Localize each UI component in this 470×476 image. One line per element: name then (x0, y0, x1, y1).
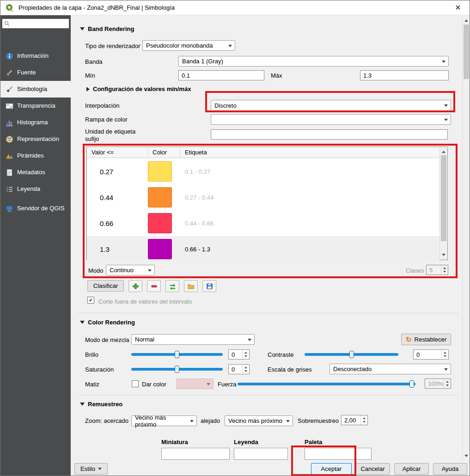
saturation-spinner[interactable]: 0 (228, 364, 250, 374)
sidebar-item-metadatos[interactable]: Metadatos (0, 164, 71, 181)
row-label[interactable]: 0.44 - 0.66 (180, 220, 439, 227)
strength-spinner[interactable]: 100% (425, 378, 451, 389)
column-header-color[interactable]: Color (148, 147, 180, 158)
add-entry-button[interactable] (128, 280, 142, 292)
spinner-buttons[interactable] (360, 415, 367, 425)
scrollbar-thumb[interactable] (441, 155, 446, 241)
color-swatch[interactable] (148, 213, 172, 233)
spinner-buttons[interactable] (441, 350, 448, 359)
sidebar-item-leyenda[interactable]: Leyenda (0, 181, 71, 197)
brightness-slider[interactable] (131, 349, 223, 360)
chevron-down-icon (283, 416, 293, 426)
table-row[interactable]: 0.27 0.1 - 0.27 (87, 159, 439, 184)
strength-slider[interactable] (238, 379, 415, 389)
server-icon (5, 204, 14, 213)
max-label: Máx (271, 70, 282, 80)
band-dropdown[interactable]: Banda 1 (Gray) (178, 56, 449, 67)
classify-button[interactable]: Clasificar (87, 280, 124, 292)
row-value[interactable]: 0.66 (87, 220, 148, 227)
scrollbar-thumb[interactable] (464, 24, 469, 79)
mode-dropdown[interactable]: Continuo (106, 265, 155, 275)
color-ramp-dropdown[interactable] (211, 114, 451, 125)
resampling-header[interactable]: Remuestreo (80, 401, 122, 408)
slider-handle[interactable] (409, 380, 414, 388)
close-icon[interactable]: ✕ (451, 2, 465, 14)
sidebar-item-fuente[interactable]: Fuente (0, 64, 71, 81)
scroll-up-icon[interactable] (463, 16, 470, 24)
sidebar-item-transparencia[interactable]: Transparencia (0, 98, 71, 114)
apply-button[interactable]: Aplicar (394, 463, 429, 475)
grayscale-dropdown[interactable]: Desconectado (330, 364, 451, 374)
collapse-arrow-icon (80, 403, 85, 406)
table-row[interactable]: 1.3 0.66 - 1.3 (87, 236, 439, 262)
interpolation-dropdown[interactable]: Discreto (211, 100, 451, 111)
spinner-buttons[interactable] (242, 350, 249, 359)
row-label[interactable]: 0.27 - 0.44 (180, 194, 439, 201)
load-style-button[interactable] (184, 280, 198, 292)
sidebar-item-representacion[interactable]: Representación (0, 131, 71, 147)
contrast-spinner[interactable]: 0 (413, 349, 449, 360)
slider-handle[interactable] (175, 366, 179, 373)
row-value[interactable]: 0.44 (87, 194, 148, 201)
cancel-button[interactable]: Cancelar (355, 463, 390, 475)
sidebar-item-servidor-qgis[interactable]: Servidor de QGIS (0, 197, 71, 220)
color-swatch[interactable] (148, 187, 172, 207)
scroll-up-icon[interactable] (440, 147, 447, 155)
oversampling-spinner[interactable]: 2,00 (341, 415, 368, 425)
spinner-buttons[interactable] (441, 265, 448, 275)
remove-entry-button[interactable] (147, 280, 161, 292)
sidebar-search[interactable] (2, 18, 69, 29)
spinner-buttons[interactable] (444, 379, 451, 388)
sidebar-item-informacion[interactable]: Información (0, 48, 71, 64)
column-header-label[interactable]: Etiqueta (180, 147, 439, 158)
band-value: Banda 1 (Gray) (182, 58, 223, 65)
accept-button[interactable]: Aceptar (311, 463, 352, 475)
classes-spinner[interactable]: 5 (426, 265, 448, 275)
zoom-in-dropdown[interactable]: Vecino más próximo (131, 415, 197, 426)
sidebar-item-label: Transparencia (17, 103, 55, 110)
slider-handle[interactable] (349, 351, 354, 358)
clip-checkbox[interactable] (87, 297, 94, 304)
saturation-slider[interactable] (131, 364, 223, 374)
min-input-wrap (178, 70, 264, 80)
help-button[interactable]: Ayuda (433, 463, 467, 475)
label-unit-input[interactable] (211, 131, 447, 138)
row-value[interactable]: 1.3 (87, 245, 148, 253)
spinner-buttons[interactable] (242, 365, 249, 374)
colorize-color-dropdown[interactable] (176, 378, 214, 389)
main-scrollbar[interactable] (462, 16, 470, 461)
scroll-down-icon[interactable] (463, 453, 470, 461)
renderer-dropdown[interactable]: Pseudocolor monobanda (142, 40, 235, 51)
column-header-value[interactable]: Valor <= (87, 147, 148, 158)
min-input[interactable] (179, 72, 264, 79)
table-scrollbar[interactable] (439, 147, 447, 260)
slider-handle[interactable] (175, 351, 179, 358)
scroll-down-icon[interactable] (440, 252, 447, 260)
row-value[interactable]: 0.27 (87, 168, 148, 176)
zoom-out-dropdown[interactable]: Vecino más próximo (225, 415, 293, 426)
table-row[interactable]: 0.44 0.27 - 0.44 (87, 184, 439, 210)
contrast-slider[interactable] (305, 349, 398, 360)
sidebar-item-simbologia[interactable]: Simbología (0, 81, 71, 98)
style-menu-button[interactable]: Estilo (74, 463, 108, 475)
sidebar-item-piramides[interactable]: Pirámides (0, 147, 71, 164)
colorize-checkbox[interactable] (132, 380, 139, 387)
reset-button[interactable]: ↻ Restablecer (401, 334, 451, 345)
swap-entries-button[interactable] (165, 280, 179, 292)
color-swatch[interactable] (148, 239, 172, 259)
max-input[interactable] (360, 72, 448, 79)
blend-mode-dropdown[interactable]: Normal (131, 334, 255, 345)
color-swatch[interactable] (148, 161, 172, 182)
color-rendering-header[interactable]: Color Rendering (80, 319, 135, 326)
search-input[interactable] (12, 20, 67, 27)
row-label[interactable]: 0.66 - 1.3 (180, 246, 439, 253)
section-divider (78, 313, 458, 313)
band-rendering-header[interactable]: Band Rendering (80, 25, 134, 32)
sidebar-item-histograma[interactable]: Histograma (0, 114, 71, 131)
row-label[interactable]: 0.1 - 0.27 (180, 168, 439, 175)
minmax-settings-header[interactable]: Configuración de valores mín/máx (86, 85, 191, 92)
transparency-icon (5, 101, 14, 110)
brightness-spinner[interactable]: 0 (228, 349, 250, 360)
save-style-button[interactable] (202, 280, 216, 292)
table-row[interactable]: 0.66 0.44 - 0.66 (87, 210, 439, 236)
